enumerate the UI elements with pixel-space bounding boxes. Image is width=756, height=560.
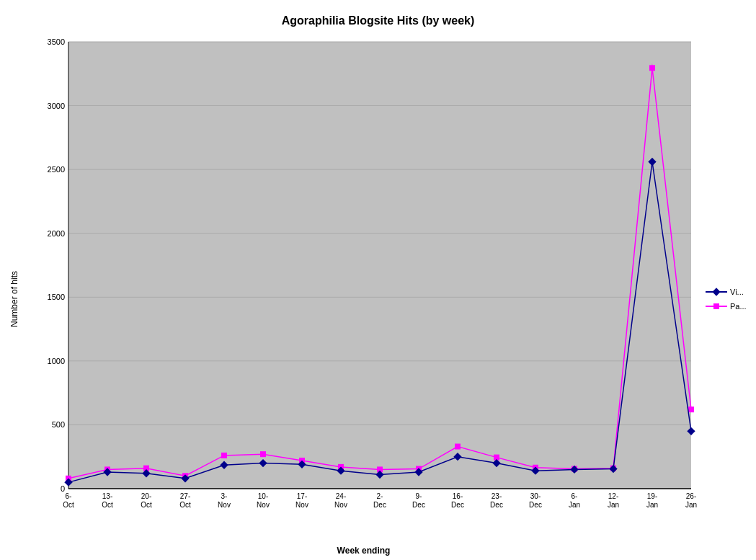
y-axis-label: Number of hits	[9, 270, 19, 326]
legend-visits-label: Vi...	[730, 288, 744, 296]
y-axis-label-container: Number of hits	[0, 35, 29, 560]
chart-main: Week ending	[29, 35, 698, 560]
legend-area: Vi... Pa...	[698, 35, 756, 560]
x-axis-label: Week ending	[29, 542, 698, 560]
main-chart-canvas	[29, 35, 698, 539]
chart-title: Agoraphilia Blogsite Hits (by week)	[282, 14, 475, 27]
legend-pages-label: Pa...	[730, 302, 747, 311]
legend-visits: Vi...	[706, 288, 756, 296]
chart-area: Number of hits Week ending Vi... P	[0, 35, 756, 560]
chart-wrapper: Agoraphilia Blogsite Hits (by week) Numb…	[0, 0, 756, 560]
chart-plot-area	[29, 35, 698, 542]
legend-pages: Pa...	[706, 302, 756, 311]
